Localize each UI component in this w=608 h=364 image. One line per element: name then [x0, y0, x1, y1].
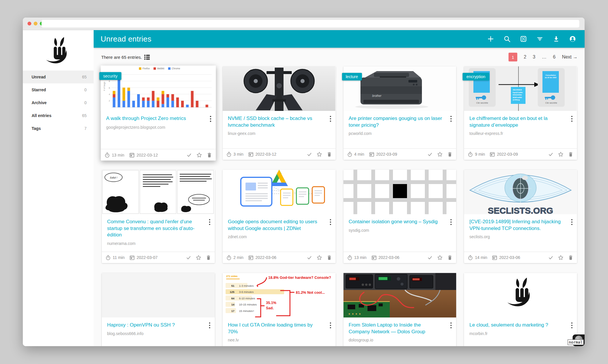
star-button[interactable] [558, 255, 564, 260]
entry-preview[interactable] [343, 273, 456, 317]
reading-time: 13 min [354, 255, 367, 260]
mark-read-button[interactable] [427, 255, 433, 260]
entry-preview[interactable] [223, 66, 336, 111]
entry-preview[interactable] [464, 273, 577, 317]
entry-title-link[interactable]: Are printer companies gouging us on lase… [349, 115, 444, 128]
wallabag-logo[interactable] [45, 37, 72, 66]
entry-title-link[interactable]: A walk through Project Zero metrics [106, 115, 203, 122]
star-button[interactable] [437, 255, 443, 260]
entry-preview[interactable]: brother lecture [343, 66, 456, 111]
entry-menu-kebab-icon[interactable] [450, 116, 452, 122]
svg-text:35.1%: 35.1% [266, 301, 276, 305]
entry-preview[interactable]: SECLISTS.ORG [464, 170, 577, 214]
sidebar-item-all-entries[interactable]: All entries 65 [23, 109, 94, 122]
entry-menu-kebab-icon[interactable] [329, 219, 332, 225]
random-entry-icon[interactable] [520, 35, 527, 43]
mark-read-button[interactable] [548, 152, 554, 157]
export-download-icon[interactable] [552, 35, 560, 43]
star-button[interactable] [317, 152, 322, 157]
entry-menu-kebab-icon[interactable] [571, 322, 573, 329]
delete-button[interactable] [447, 152, 453, 157]
sidebar-item-label: Archive [32, 100, 47, 105]
entry-menu-kebab-icon[interactable] [571, 116, 573, 122]
sidebar-item-unread[interactable]: Unread 65 [23, 71, 94, 83]
entry-menu-kebab-icon[interactable] [209, 116, 212, 122]
star-button[interactable] [196, 152, 202, 158]
page-1-active[interactable]: 1 [509, 53, 517, 61]
mark-read-button[interactable] [186, 255, 191, 260]
delete-button[interactable] [206, 255, 211, 260]
search-icon[interactable] [503, 35, 511, 43]
tag-chip-encryption[interactable]: encryption [463, 73, 489, 80]
svg-text:18.8% God-tier hardware? Conso: 18.8% God-tier hardware? Console? [268, 276, 331, 280]
entry-title-link[interactable]: From Stolen Laptop to Inside the Company… [349, 322, 444, 335]
mark-read-button[interactable] [307, 152, 312, 157]
entry-menu-kebab-icon[interactable] [209, 322, 211, 329]
entry-title-link[interactable]: Le chiffrement de bout en bout et la sig… [469, 115, 564, 128]
delete-button[interactable] [568, 255, 573, 260]
star-button[interactable] [317, 255, 322, 260]
sidebar-item-archive[interactable]: Archive 0 [23, 96, 94, 109]
tag-chip-security[interactable]: security [99, 72, 121, 80]
delete-button[interactable] [327, 255, 332, 260]
entry-preview[interactable]: Firefox Webkit Chrome 2468 # of bugs [101, 66, 216, 111]
mark-read-button[interactable] [186, 152, 192, 158]
calendar-icon [248, 152, 254, 157]
entry-footer: 3 min 2022-03-12 [223, 148, 336, 160]
page-6[interactable]: 6 [553, 54, 556, 60]
mark-read-button[interactable] [307, 255, 312, 260]
star-button[interactable] [437, 152, 443, 157]
page-3[interactable]: 3 [533, 54, 535, 60]
entry-title-link[interactable]: Comme Convenu : quand l'enfer d'une star… [107, 219, 202, 238]
delete-button[interactable] [447, 255, 453, 260]
entry-preview[interactable]: 271 votes 511-3 minutes1253-6 minutes646… [223, 273, 336, 317]
entry-preview[interactable] [102, 273, 215, 317]
robot-photo [223, 66, 335, 111]
entry-preview[interactable]: Clé secrète AB124D91SFga@CsdfdsGDds01Dbv… [464, 66, 577, 111]
entry-menu-kebab-icon[interactable] [329, 116, 332, 122]
page-2[interactable]: 2 [524, 54, 526, 60]
entry-menu-kebab-icon[interactable] [209, 219, 211, 225]
add-entry-icon[interactable] [487, 35, 494, 43]
entry-menu-kebab-icon[interactable] [571, 219, 573, 225]
entry-menu-kebab-icon[interactable] [450, 322, 452, 329]
list-view-icon[interactable] [144, 55, 150, 60]
entry-title-link[interactable]: Container isolation gone wrong – Sysdig [349, 219, 444, 225]
entry-title-link[interactable]: NVME / SSD block cache – bcache vs lvmca… [228, 115, 323, 128]
entry-date: 2022-03-12 [137, 152, 158, 157]
entry-title-link[interactable]: Haproxy : OpenVPN ou SSH ? [107, 322, 202, 329]
star-button[interactable] [558, 152, 564, 157]
sidebar-item-tags[interactable]: Tags 7 [23, 122, 94, 135]
account-icon[interactable] [569, 35, 576, 43]
tag-chip-lecture[interactable]: lecture [342, 73, 362, 80]
entry-title-link[interactable]: How I cut GTA Online loading times by 70… [228, 322, 323, 335]
entry-title-link[interactable]: Le cloud, seulement du marketing ? [469, 322, 564, 329]
delete-button[interactable] [207, 152, 212, 158]
entry-domain: seclists.org [469, 234, 573, 239]
delete-button[interactable] [327, 152, 332, 157]
entry-preview[interactable] [223, 170, 336, 214]
star-button[interactable] [196, 255, 201, 260]
entry-menu-kebab-icon[interactable] [329, 322, 332, 329]
minimize-window-button[interactable] [34, 22, 37, 25]
entry-footer: 13 min 2022-03-06 [343, 252, 456, 263]
delete-button[interactable] [568, 152, 573, 157]
entry-preview[interactable]: Salut ! [102, 170, 215, 214]
entry-title-link[interactable]: [CVE-2019-14899] Inferring and hijacking… [469, 219, 564, 232]
mark-read-button[interactable] [427, 152, 433, 157]
address-bar[interactable] [42, 20, 579, 28]
svg-text:Firefox: Firefox [142, 67, 150, 70]
next-page-button[interactable]: Next → [562, 54, 578, 60]
filter-icon[interactable] [536, 35, 544, 43]
svg-text:64: 64 [231, 297, 234, 300]
entry-date: 2022-03-06 [255, 255, 276, 260]
entry-title-link[interactable]: Google opens document editing to users w… [228, 219, 323, 232]
sidebar-item-starred[interactable]: Starred 0 [23, 83, 94, 96]
entry-menu-kebab-icon[interactable] [450, 219, 452, 225]
close-window-button[interactable] [28, 22, 31, 25]
entry-preview[interactable] [343, 170, 456, 214]
mark-read-button[interactable] [548, 255, 554, 260]
reading-time: 13 min [112, 152, 124, 157]
svg-text:51: 51 [231, 284, 234, 287]
subheader: There are 65 entries. 1 2 3 … 6 Next → [94, 48, 585, 66]
